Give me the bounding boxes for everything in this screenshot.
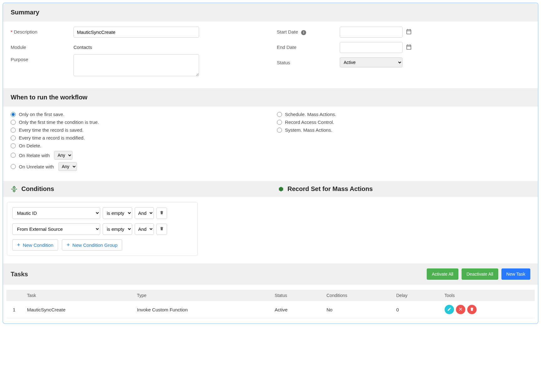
- trigger-radio[interactable]: [11, 164, 16, 169]
- task-conditions: No: [322, 301, 391, 318]
- trigger-option[interactable]: Only on the first save.: [11, 112, 264, 117]
- trash-icon: [470, 307, 474, 312]
- task-name: MauticSyncCreate: [22, 301, 132, 318]
- recordset-icon: [278, 186, 284, 192]
- trigger-radio[interactable]: [11, 128, 16, 133]
- trigger-label: On Unrelate with: [19, 164, 54, 169]
- col-type: Type: [132, 290, 270, 301]
- col-status: Status: [270, 290, 322, 301]
- trigger-radio[interactable]: [11, 120, 16, 125]
- plus-icon: +: [17, 242, 20, 248]
- tasks-table: Task Type Status Conditions Delay Tools …: [6, 290, 535, 318]
- trigger-label: Only on the first save.: [19, 112, 64, 117]
- condition-operator-select[interactable]: is empty: [103, 207, 132, 219]
- deactivate-all-button[interactable]: Deactivate All: [462, 268, 498, 280]
- trigger-option[interactable]: On Delete.: [11, 143, 264, 148]
- trigger-option[interactable]: Only the first time the condition is tru…: [11, 119, 264, 125]
- trigger-option[interactable]: Record Access Control.: [277, 119, 531, 125]
- description-label: Description: [11, 27, 73, 34]
- trigger-radio[interactable]: [277, 112, 282, 117]
- calendar-icon[interactable]: [406, 29, 412, 36]
- task-num: 1: [6, 301, 22, 318]
- col-tools: Tools: [440, 290, 535, 301]
- trigger-option[interactable]: Every time the record is saved.: [11, 127, 264, 133]
- trigger-radio[interactable]: [277, 120, 282, 125]
- on-relate-select[interactable]: Any: [54, 151, 73, 160]
- module-value: Contacts: [73, 42, 92, 50]
- purpose-label: Purpose: [11, 54, 73, 62]
- pencil-icon: [447, 307, 452, 312]
- task-deactivate-button[interactable]: [456, 305, 465, 314]
- end-date-input[interactable]: [340, 42, 403, 53]
- end-date-label: End Date: [277, 42, 340, 50]
- trigger-label: On Relate with: [19, 153, 50, 158]
- module-label: Module: [11, 42, 73, 50]
- trigger-label: On Delete.: [19, 143, 41, 148]
- condition-row: Mautic IDis emptyAnd: [12, 207, 192, 219]
- task-type: Invoke Custom Function: [132, 301, 270, 318]
- condition-logic-select[interactable]: And: [135, 207, 154, 219]
- trash-icon: [160, 226, 164, 232]
- task-delete-button[interactable]: [467, 305, 477, 314]
- trigger-radio[interactable]: [11, 112, 16, 117]
- new-task-button[interactable]: New Task: [501, 268, 530, 280]
- activate-all-button[interactable]: Activate All: [427, 268, 458, 280]
- trigger-header: When to run the workflow: [3, 88, 538, 107]
- trigger-radio[interactable]: [11, 153, 16, 158]
- col-conditions: Conditions: [322, 290, 391, 301]
- trash-icon: [160, 210, 164, 216]
- trigger-radio[interactable]: [11, 143, 16, 148]
- task-delay: 0: [391, 301, 440, 318]
- close-icon: [458, 307, 463, 312]
- on-unrelate-option[interactable]: On Unrelate withAny: [11, 162, 264, 171]
- task-edit-button[interactable]: [445, 305, 454, 314]
- task-row: 1MauticSyncCreateInvoke Custom FunctionA…: [6, 301, 535, 318]
- trigger-label: Record Access Control.: [285, 119, 334, 125]
- trigger-option[interactable]: Every time a record is modified.: [11, 135, 264, 140]
- trigger-label: Every time the record is saved.: [19, 127, 84, 133]
- condition-delete-button[interactable]: [156, 224, 167, 235]
- purpose-textarea[interactable]: [73, 54, 199, 76]
- trigger-label: System. Mass Actions.: [285, 127, 333, 133]
- col-num: [6, 290, 22, 301]
- description-input[interactable]: [73, 27, 199, 38]
- on-unrelate-select[interactable]: Any: [58, 162, 77, 171]
- condition-logic-select[interactable]: And: [135, 223, 154, 235]
- condition-operator-select[interactable]: is empty: [103, 223, 132, 235]
- trigger-body: Only on the first save.Only the first ti…: [3, 107, 538, 181]
- task-status: Active: [270, 301, 322, 318]
- col-task: Task: [22, 290, 132, 301]
- condition-row: From External Sourceis emptyAnd: [12, 223, 192, 235]
- start-date-input[interactable]: [340, 27, 403, 38]
- recordset-header: Record Set for Mass Actions: [271, 181, 538, 197]
- info-icon[interactable]: i: [301, 30, 306, 35]
- start-date-label: Start Date i: [277, 27, 340, 35]
- task-tools: [440, 301, 535, 318]
- trigger-label: Every time a record is modified.: [19, 135, 85, 140]
- trigger-option[interactable]: System. Mass Actions.: [277, 127, 531, 133]
- condition-field-select[interactable]: From External Source: [12, 223, 100, 235]
- status-label: Status: [277, 57, 340, 65]
- trigger-radio[interactable]: [11, 135, 16, 140]
- conditions-header: Conditions: [3, 181, 271, 197]
- summary-body: Description Module Contacts Purpose Star…: [3, 22, 538, 88]
- tasks-title: Tasks: [11, 271, 28, 278]
- condition-delete-button[interactable]: [156, 208, 167, 219]
- trigger-label: Schedule. Mass Actions.: [285, 112, 336, 117]
- condition-field-select[interactable]: Mautic ID: [12, 207, 100, 219]
- status-select[interactable]: Active: [340, 57, 403, 67]
- tasks-header: Tasks Activate All Deactivate All New Ta…: [3, 263, 538, 285]
- trigger-option[interactable]: Schedule. Mass Actions.: [277, 112, 531, 117]
- trigger-label: Only the first time the condition is tru…: [19, 119, 99, 125]
- on-relate-option[interactable]: On Relate withAny: [11, 151, 264, 160]
- col-delay: Delay: [391, 290, 440, 301]
- trigger-radio[interactable]: [277, 128, 282, 133]
- new-condition-group-button[interactable]: +New Condition Group: [62, 239, 122, 251]
- plus-icon: +: [67, 242, 70, 248]
- conditions-icon: [11, 186, 18, 193]
- calendar-icon[interactable]: [406, 44, 412, 51]
- summary-header: Summary: [3, 3, 538, 22]
- new-condition-button[interactable]: +New Condition: [12, 239, 58, 251]
